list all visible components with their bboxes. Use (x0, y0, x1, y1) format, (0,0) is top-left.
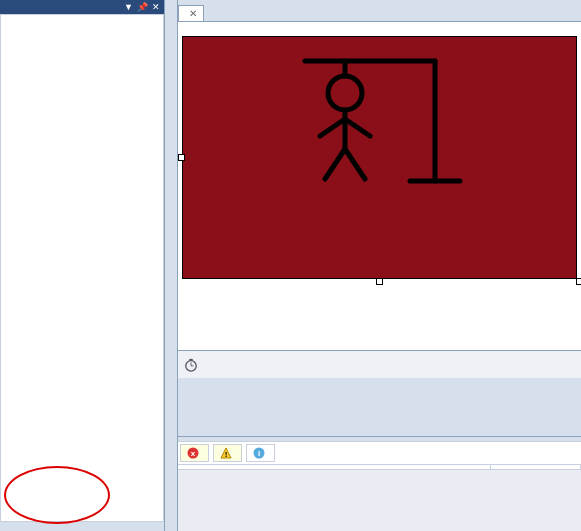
toolbox-header: ▼ 📌 ✕ (0, 0, 164, 14)
svg-text:i: i (258, 449, 260, 458)
errors-tab[interactable]: x (180, 444, 209, 462)
timer-icon (184, 358, 198, 372)
error-list-columns (178, 465, 581, 470)
error-list-panel: x ! i (178, 436, 581, 531)
horizontal-splitter[interactable] (178, 378, 581, 436)
warning-icon: ! (220, 447, 232, 459)
tab-close-icon[interactable]: ✕ (189, 8, 197, 19)
document-tab[interactable]: ✕ (178, 5, 204, 21)
svg-text:!: ! (225, 450, 228, 459)
messages-tab[interactable]: i (246, 444, 275, 462)
resize-handle[interactable] (576, 278, 581, 285)
splash-form[interactable] (182, 36, 577, 279)
info-icon: i (253, 447, 265, 459)
dropdown-icon[interactable]: ▼ (124, 2, 133, 12)
resize-handle[interactable] (376, 278, 383, 285)
close-icon[interactable]: ✕ (152, 2, 160, 12)
toolbox-tree (0, 14, 164, 522)
error-list-filters: x ! i (178, 442, 581, 465)
hangman-graphic (295, 51, 465, 191)
form-designer-surface[interactable] (178, 22, 581, 371)
svg-rect-13 (189, 358, 193, 360)
svg-line-8 (325, 149, 345, 179)
toolbox-panel: ▼ 📌 ✕ (0, 0, 165, 531)
pin-icon[interactable]: 📌 (137, 2, 148, 12)
svg-line-7 (345, 119, 370, 136)
col-file[interactable] (491, 465, 581, 469)
resize-handle[interactable] (178, 154, 185, 161)
error-icon: x (187, 447, 199, 459)
vertical-splitter[interactable] (165, 0, 178, 531)
document-tab-bar: ✕ (178, 0, 581, 22)
warnings-tab[interactable]: ! (213, 444, 242, 462)
col-description[interactable] (178, 465, 491, 469)
svg-point-4 (328, 76, 362, 110)
component-tray (178, 350, 581, 378)
hangman-title-label (183, 37, 576, 45)
svg-line-9 (345, 149, 365, 179)
svg-text:x: x (191, 449, 196, 458)
svg-line-6 (320, 119, 345, 136)
